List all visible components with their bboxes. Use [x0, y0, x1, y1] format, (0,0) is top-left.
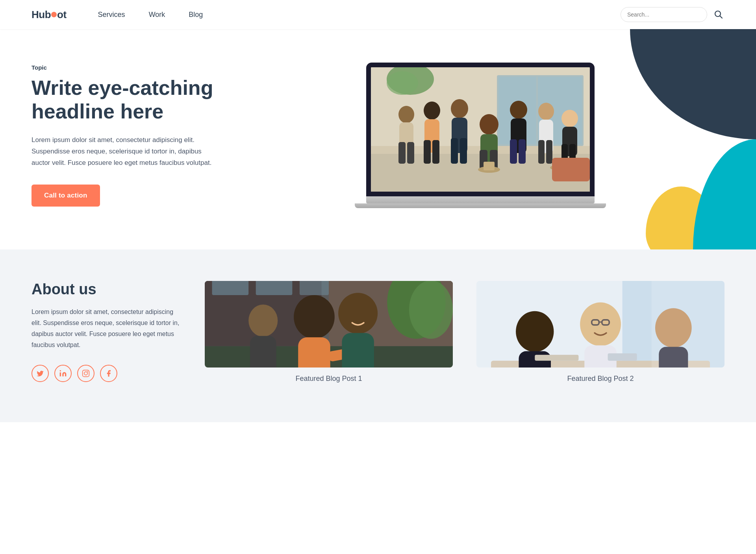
svg-rect-53 — [256, 281, 293, 295]
svg-point-63 — [338, 293, 378, 334]
svg-point-72 — [516, 311, 554, 352]
laptop-screen-inner — [371, 67, 590, 192]
svg-point-11 — [398, 106, 414, 123]
hero-team-photo — [371, 67, 590, 192]
hero-content: Topic Write eye-catching headline here L… — [32, 64, 236, 206]
nav-item-blog[interactable]: Blog — [189, 11, 203, 19]
blog-photo-1 — [205, 281, 453, 367]
blog-card-2: Featured Blog Post 2 — [476, 281, 724, 383]
nav-link-work[interactable]: Work — [149, 11, 165, 18]
blog-image-1 — [205, 281, 453, 367]
social-twitter[interactable] — [32, 365, 49, 382]
svg-point-44 — [60, 370, 61, 371]
cta-button[interactable]: Call to action — [32, 185, 100, 207]
svg-rect-45 — [83, 370, 89, 377]
svg-rect-33 — [538, 140, 545, 164]
svg-rect-14 — [407, 142, 414, 164]
laptop-bottom — [355, 203, 606, 208]
logo-dot — [51, 12, 57, 17]
search-input[interactable] — [621, 7, 707, 22]
svg-rect-30 — [519, 139, 526, 164]
about-content: About us Lorem ipsum dolor sit amet, con… — [32, 281, 181, 382]
svg-rect-52 — [212, 281, 249, 295]
svg-point-15 — [424, 102, 440, 120]
social-linkedin[interactable] — [54, 365, 72, 382]
svg-rect-82 — [608, 353, 637, 361]
svg-point-67 — [248, 305, 278, 337]
svg-rect-34 — [546, 140, 552, 164]
svg-rect-68 — [250, 336, 276, 367]
about-grid: About us Lorem ipsum dolor sit amet, con… — [32, 281, 724, 383]
blog-post-2-title[interactable]: Featured Blog Post 2 — [567, 375, 634, 383]
blog-image-2 — [476, 281, 724, 367]
nav-item-services[interactable]: Services — [98, 11, 125, 19]
nav-links: Services Work Blog — [98, 11, 203, 19]
hero-image-wrap — [236, 63, 724, 208]
svg-point-19 — [451, 99, 468, 118]
social-instagram[interactable] — [77, 365, 94, 382]
nav-link-blog[interactable]: Blog — [189, 11, 203, 18]
svg-point-56 — [409, 281, 453, 339]
hero-headline: Write eye-catching headline here — [32, 76, 236, 124]
svg-point-35 — [561, 110, 578, 127]
svg-rect-18 — [432, 140, 439, 164]
svg-point-74 — [580, 302, 621, 346]
svg-point-23 — [480, 114, 498, 135]
search-button[interactable] — [712, 8, 724, 22]
svg-rect-81 — [535, 355, 578, 361]
search-icon — [713, 9, 723, 19]
svg-rect-29 — [510, 139, 517, 164]
linkedin-icon — [59, 369, 67, 377]
svg-rect-22 — [460, 138, 467, 164]
laptop-base — [366, 196, 595, 203]
svg-point-47 — [87, 371, 88, 372]
laptop-mockup — [366, 63, 595, 208]
hero-section: Topic Write eye-catching headline here L… — [0, 29, 756, 249]
laptop-screen — [366, 63, 595, 196]
blog-post-1-title[interactable]: Featured Blog Post 1 — [295, 375, 362, 383]
svg-rect-58 — [298, 337, 330, 367]
about-body: Lorem ipsum dolor sit amet, consectetur … — [32, 307, 181, 351]
about-section: About us Lorem ipsum dolor sit amet, con… — [0, 249, 756, 422]
svg-rect-43 — [552, 158, 590, 181]
svg-rect-13 — [398, 142, 406, 164]
twitter-icon — [36, 369, 44, 377]
logo[interactable]: Hubot — [32, 9, 67, 21]
nav-right — [621, 7, 724, 22]
about-heading: About us — [32, 281, 181, 298]
svg-rect-17 — [424, 140, 431, 164]
social-facebook[interactable] — [100, 365, 117, 382]
svg-point-27 — [510, 101, 527, 119]
hero-topic: Topic — [32, 64, 236, 71]
svg-point-46 — [84, 372, 87, 375]
facebook-icon — [105, 369, 113, 377]
svg-rect-54 — [300, 281, 329, 295]
blog-photo-2 — [476, 281, 724, 367]
svg-point-31 — [538, 103, 554, 120]
svg-rect-64 — [342, 333, 374, 367]
nav-link-services[interactable]: Services — [98, 11, 125, 18]
svg-point-57 — [294, 295, 335, 339]
hero-body: Lorem ipsum dolor sit amet, consectetur … — [32, 135, 213, 169]
svg-rect-21 — [451, 138, 458, 164]
navbar: Hubot Services Work Blog — [0, 0, 756, 29]
svg-rect-83 — [652, 281, 724, 367]
instagram-icon — [82, 369, 90, 377]
social-icons — [32, 365, 181, 382]
nav-item-work[interactable]: Work — [149, 11, 165, 19]
blog-card-1: Featured Blog Post 1 — [205, 281, 453, 383]
logo-text: Hubot — [32, 9, 67, 21]
svg-rect-40 — [484, 162, 495, 170]
svg-line-1 — [720, 16, 723, 18]
svg-point-9 — [387, 71, 418, 95]
